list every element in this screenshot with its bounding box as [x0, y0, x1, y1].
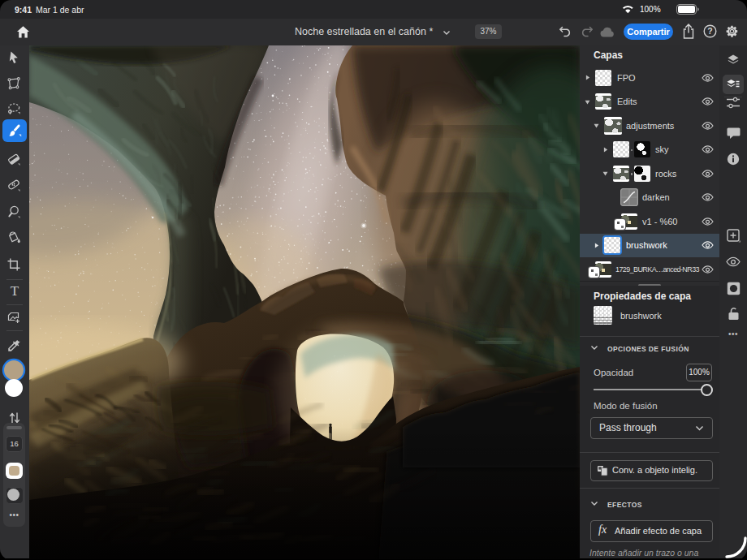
svg-text:?: ? — [707, 26, 712, 36]
